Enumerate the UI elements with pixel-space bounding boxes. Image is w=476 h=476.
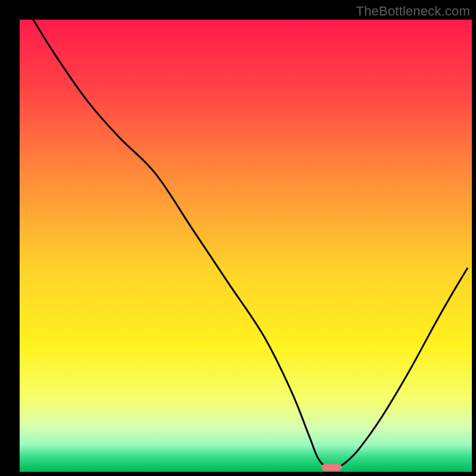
optimum-marker xyxy=(321,464,342,471)
watermark-label: TheBottleneck.com xyxy=(356,4,470,19)
bottleneck-chart xyxy=(0,0,476,476)
chart-container: TheBottleneck.com xyxy=(0,0,476,476)
plot-background-gradient xyxy=(20,20,472,472)
